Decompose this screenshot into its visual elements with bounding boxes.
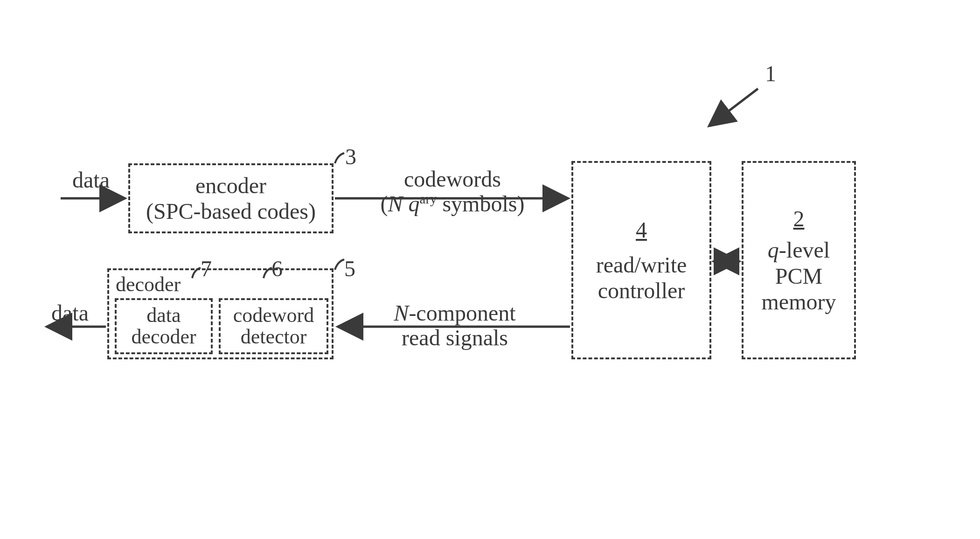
memory-line1: q-level — [768, 237, 830, 263]
data-decoder-block: data decoder — [115, 298, 213, 354]
encoder-label-line2: (SPC-based codes) — [146, 198, 316, 224]
codeword-detector-label: codeword detector — [233, 305, 314, 348]
encoder-label-line1: encoder — [195, 173, 266, 198]
codewords-line2: (N qary symbols) — [364, 192, 541, 217]
encoder-block: encoder (SPC-based codes) — [128, 163, 334, 233]
decoder-block: decoder data decoder codeword detector — [107, 268, 334, 359]
read-signals-label: N-component read signals — [361, 301, 548, 350]
ref-number-6: 6 — [271, 256, 283, 281]
ref-number-3: 3 — [345, 144, 356, 169]
read-line2: read signals — [361, 326, 548, 350]
svg-line-5 — [709, 89, 758, 126]
data-decoder-label: data decoder — [131, 305, 196, 348]
decoder-title: decoder — [116, 273, 181, 297]
codewords-line1: codewords — [364, 167, 541, 192]
controller-label: read/write controller — [596, 252, 687, 303]
ref-number-5: 5 — [344, 256, 355, 281]
ref-number-7: 7 — [201, 256, 212, 281]
data-out-label: data — [51, 301, 89, 326]
data-in-label: data — [72, 168, 110, 193]
memory-ref: 2 — [793, 206, 805, 231]
read-line1: N-component — [361, 301, 548, 326]
controller-ref: 4 — [636, 217, 647, 243]
memory-line2: PCM — [775, 263, 822, 289]
codewords-label: codewords (N qary symbols) — [364, 167, 541, 217]
ref-number-1: 1 — [765, 61, 776, 86]
controller-block: 4 read/write controller — [571, 161, 711, 359]
codeword-detector-block: codeword detector — [219, 298, 328, 354]
memory-block: 2 q-level PCM memory — [742, 161, 856, 359]
memory-line3: memory — [762, 289, 836, 315]
